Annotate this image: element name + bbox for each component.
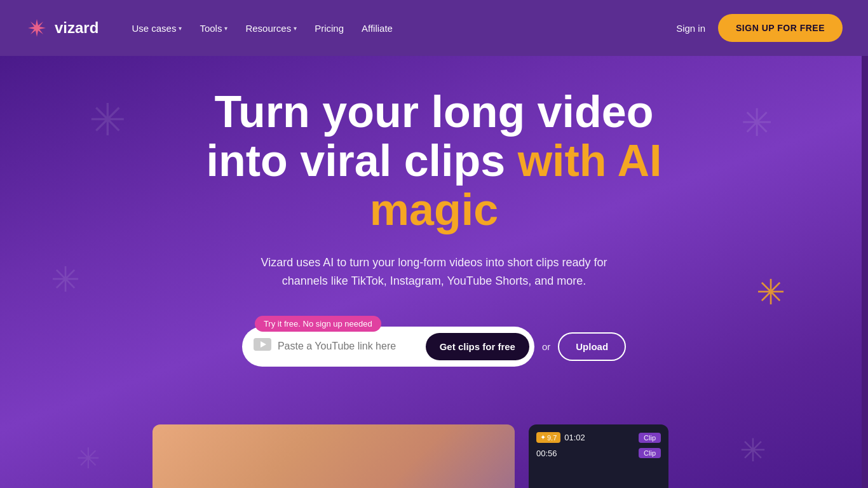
- nav-affiliate[interactable]: Affiliate: [354, 18, 400, 39]
- logo-link[interactable]: vizard: [25, 17, 98, 39]
- nav-pricing[interactable]: Pricing: [307, 18, 351, 39]
- deco-asterisk-1: ✳: [89, 94, 126, 146]
- deco-asterisk-6: ✳: [76, 442, 100, 475]
- preview-area: ✦ 9.7 01:02 Clip 00:56 Clip: [153, 424, 668, 488]
- preview-panel: ✦ 9.7 01:02 Clip 00:56 Clip: [529, 424, 668, 488]
- logo-text: vizard: [55, 19, 98, 37]
- clip-badge-1[interactable]: Clip: [639, 433, 661, 443]
- url-input-wrapper: Get clips for free: [242, 327, 534, 367]
- nav-right: Sign in SIGN UP FOR FREE: [676, 14, 843, 42]
- nav-links: Use cases ▾ Tools ▾ Resources ▾ Pricing …: [124, 18, 676, 39]
- chevron-icon: ▾: [179, 25, 182, 32]
- chevron-icon: ▾: [294, 25, 297, 32]
- navbar: vizard Use cases ▾ Tools ▾ Resources ▾ P…: [0, 0, 868, 56]
- hero-subtitle: Vizard uses AI to turn your long-form vi…: [256, 254, 612, 290]
- logo-icon: [25, 17, 48, 39]
- try-free-badge: Try it free. No sign up needed: [255, 316, 381, 332]
- scrollbar[interactable]: [862, 0, 868, 488]
- deco-asterisk-5: ✳: [740, 432, 766, 469]
- deco-asterisk-2: ✳: [51, 259, 80, 300]
- cta-area: Try it free. No sign up needed Get clips…: [242, 316, 626, 367]
- hero-title: Turn your long video into viral clips wi…: [207, 88, 662, 234]
- deco-asterisk-3: ✳: [741, 100, 773, 145]
- youtube-icon: [254, 338, 271, 355]
- input-row: Get clips for free or Upload: [242, 327, 626, 367]
- sign-in-link[interactable]: Sign in: [676, 23, 705, 34]
- youtube-url-input[interactable]: [278, 341, 419, 352]
- clip-row-1: ✦ 9.7 01:02 Clip: [536, 432, 661, 443]
- clip-row-2: 00:56 Clip: [536, 448, 661, 458]
- nav-tools[interactable]: Tools ▾: [192, 18, 235, 39]
- clip-badge-2[interactable]: Clip: [639, 448, 661, 458]
- deco-asterisk-4: ✳: [756, 272, 785, 313]
- upload-button[interactable]: Upload: [558, 332, 626, 361]
- get-clips-button[interactable]: Get clips for free: [426, 333, 529, 360]
- chevron-icon: ▾: [224, 25, 227, 32]
- score-badge-1: ✦ 9.7: [536, 432, 560, 443]
- nav-use-cases[interactable]: Use cases ▾: [124, 18, 189, 39]
- svg-point-0: [35, 26, 39, 30]
- nav-resources[interactable]: Resources ▾: [238, 18, 304, 39]
- hero-section: ✳ ✳ ✳ ✳ ✳ ✳ Turn your long video into vi…: [0, 56, 868, 488]
- signup-button[interactable]: SIGN UP FOR FREE: [718, 14, 843, 42]
- preview-video: [153, 424, 515, 488]
- or-separator: or: [542, 341, 550, 352]
